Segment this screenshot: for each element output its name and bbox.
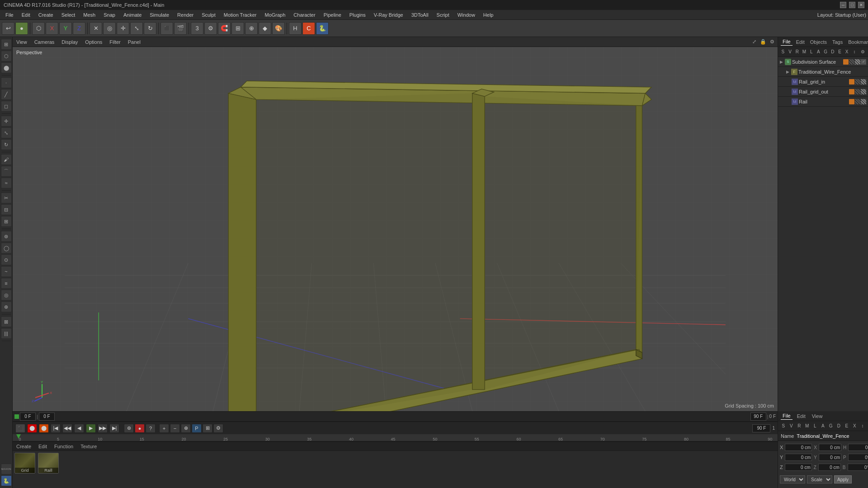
tool-brush[interactable]: ◯ bbox=[1, 243, 12, 253]
viewport-menu-panel[interactable]: Panel bbox=[126, 38, 142, 46]
attrs-icon-s[interactable]: S bbox=[780, 422, 787, 430]
attrs-icon-d[interactable]: D bbox=[835, 422, 843, 430]
rp-icon-m[interactable]: M bbox=[801, 48, 807, 56]
mat-create[interactable]: Create bbox=[14, 443, 33, 450]
tool-paint[interactable]: 🖌 bbox=[1, 154, 12, 165]
tool-magnet[interactable]: ⊛ bbox=[1, 231, 12, 242]
view-render[interactable]: 🎬 bbox=[174, 22, 187, 35]
attrs-tab-edit[interactable]: Edit bbox=[795, 413, 807, 420]
btn-motion-paths[interactable]: ⊞ bbox=[203, 424, 212, 433]
menu-select[interactable]: Select bbox=[58, 11, 79, 19]
tool-knife[interactable]: ✂ bbox=[1, 192, 12, 203]
mat-texture[interactable]: Texture bbox=[79, 443, 99, 450]
rp-icon-settings[interactable]: ⚙ bbox=[859, 48, 866, 56]
menu-mograph[interactable]: MoGraph bbox=[261, 11, 289, 19]
attrs-tab-file[interactable]: File bbox=[781, 412, 793, 420]
tool-inflate[interactable]: ⊕ bbox=[1, 301, 12, 312]
menu-pipeline[interactable]: Pipeline bbox=[320, 11, 345, 19]
tool-flatten[interactable]: ≡ bbox=[1, 278, 12, 289]
snap-grid[interactable]: ⊞ bbox=[231, 22, 244, 35]
snapping[interactable]: ⚙ bbox=[204, 22, 217, 35]
menu-animate[interactable]: Animate bbox=[120, 11, 145, 19]
rp-icon-r[interactable]: R bbox=[794, 48, 800, 56]
attr-x-pos[interactable] bbox=[785, 444, 812, 451]
attrs-icon-l[interactable]: L bbox=[811, 422, 819, 430]
viewport-menu-view[interactable]: View bbox=[14, 38, 29, 46]
tool-bridge[interactable]: ⊞ bbox=[1, 216, 12, 227]
attrs-icon-expand[interactable]: ↕ bbox=[859, 422, 866, 430]
apply-button[interactable]: Apply bbox=[834, 475, 852, 483]
world-dropdown[interactable]: World bbox=[780, 475, 805, 483]
tool-edges[interactable]: ╱ bbox=[1, 89, 12, 100]
menu-vray[interactable]: V-Ray Bridge bbox=[370, 11, 407, 19]
attrs-tab-view[interactable]: View bbox=[810, 413, 825, 420]
attr-z-size[interactable] bbox=[818, 464, 841, 471]
attrs-icon-e[interactable]: E bbox=[843, 422, 850, 430]
material-grid[interactable]: Grid bbox=[14, 453, 35, 474]
attr-z-pos[interactable] bbox=[785, 464, 812, 471]
cinema4d-logo[interactable]: C bbox=[302, 22, 315, 35]
menu-edit[interactable]: Edit bbox=[18, 11, 34, 19]
rp-icon-expand[interactable]: ↕ bbox=[851, 48, 858, 56]
mode-z[interactable]: Z bbox=[73, 22, 85, 35]
tool-rotate[interactable]: ↻ bbox=[144, 22, 156, 35]
viewport-menu-cameras[interactable]: Cameras bbox=[33, 38, 57, 46]
mode-object[interactable]: ⬡ bbox=[32, 22, 45, 35]
hud-toggle[interactable]: H bbox=[289, 22, 302, 35]
rp-tab-objects[interactable]: Objects bbox=[808, 38, 829, 46]
tool-object-axis[interactable]: ⊞ bbox=[1, 39, 12, 50]
btn-goto-start[interactable]: |◀ bbox=[51, 424, 61, 433]
tool-move-2[interactable]: ✛ bbox=[1, 116, 12, 127]
attr-p-val[interactable] bbox=[848, 454, 868, 461]
snap-magnet[interactable]: 🧲 bbox=[218, 22, 231, 35]
rp-tab-tags[interactable]: Tags bbox=[830, 38, 844, 46]
btn-mode-q[interactable]: ? bbox=[146, 424, 156, 433]
menu-file[interactable]: File bbox=[2, 11, 17, 19]
menu-sculpt[interactable]: Sculpt bbox=[198, 11, 219, 19]
view-perspective[interactable]: ⬛ bbox=[160, 22, 173, 35]
btn-step-fwd[interactable]: ▶▶ bbox=[98, 424, 108, 433]
tool-points[interactable]: · bbox=[1, 77, 12, 88]
btn-play-fwd[interactable]: ▶ bbox=[86, 424, 96, 433]
tool-select[interactable]: ✕ bbox=[90, 22, 102, 35]
redo-button[interactable]: ● bbox=[15, 22, 28, 35]
btn-mode-red[interactable]: ● bbox=[135, 424, 145, 433]
tool-loop-cut[interactable]: ⊟ bbox=[1, 204, 12, 215]
btn-p-mode[interactable]: P bbox=[192, 424, 202, 433]
attr-y-pos[interactable] bbox=[785, 454, 812, 461]
btn-timeline-settings[interactable]: ⚙ bbox=[213, 424, 223, 433]
menu-mesh[interactable]: Mesh bbox=[80, 11, 99, 19]
rp-tab-bookmarks[interactable]: Bookmarks bbox=[846, 38, 868, 46]
viewport-menu-options[interactable]: Options bbox=[83, 38, 104, 46]
attr-b-val[interactable] bbox=[848, 464, 868, 471]
viewport[interactable]: Perspective Y X Z Grid Spacing bbox=[13, 47, 778, 411]
menu-simulate[interactable]: Simulate bbox=[146, 11, 173, 19]
attrs-icon-r[interactable]: R bbox=[796, 422, 803, 430]
attrs-icon-v[interactable]: V bbox=[788, 422, 795, 430]
tool-grab[interactable]: ⊙ bbox=[1, 254, 12, 265]
menu-3dtoall[interactable]: 3DToAll bbox=[408, 11, 432, 19]
mat-edit[interactable]: Edit bbox=[37, 443, 49, 450]
palette[interactable]: 🎨 bbox=[272, 22, 285, 35]
tree-item-rail-grid-in[interactable]: M Rail_grid_in bbox=[778, 77, 868, 87]
viewport-menu-filter[interactable]: Filter bbox=[108, 38, 122, 46]
menu-character[interactable]: Character bbox=[290, 11, 319, 19]
python-tool[interactable]: 🐍 bbox=[1, 475, 12, 486]
tool-polygons[interactable]: ◻ bbox=[1, 101, 12, 112]
max-frame-input[interactable] bbox=[752, 424, 770, 432]
python-logo[interactable]: 🐍 bbox=[316, 22, 329, 35]
viewport-expand-icon[interactable]: ⤢ bbox=[750, 38, 758, 46]
rp-icon-x[interactable]: X bbox=[844, 48, 850, 56]
subdiv-checkmark[interactable]: ✓ bbox=[861, 59, 866, 65]
tool-smooth[interactable]: ~ bbox=[1, 266, 12, 277]
minimize-button[interactable]: ─ bbox=[840, 2, 846, 8]
rp-tab-file[interactable]: File bbox=[781, 38, 793, 46]
attr-y-size[interactable] bbox=[819, 454, 841, 461]
tool-scale[interactable]: ⤡ bbox=[130, 22, 143, 35]
current-frame-input[interactable] bbox=[20, 413, 36, 421]
attrs-icon-x[interactable]: X bbox=[851, 422, 859, 430]
menu-script[interactable]: Script bbox=[433, 11, 453, 19]
menu-render[interactable]: Render bbox=[174, 11, 197, 19]
menu-create[interactable]: Create bbox=[35, 11, 57, 19]
tool-scale-2[interactable]: ⤡ bbox=[1, 127, 12, 138]
